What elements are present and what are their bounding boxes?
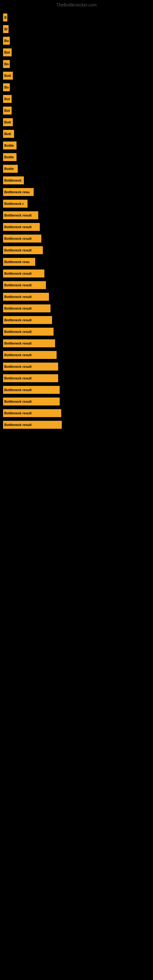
bar-row: Bo bbox=[3, 81, 153, 93]
bar-label: Bott bbox=[3, 118, 13, 126]
bar-row: Bott bbox=[3, 70, 153, 81]
bar-row: Bottleneck result bbox=[3, 326, 153, 337]
bar-row: Bottleneck r bbox=[3, 198, 153, 210]
bar-label: Bo bbox=[3, 37, 10, 45]
bar-label: Bottle bbox=[3, 153, 16, 161]
bar-label: Bott bbox=[3, 72, 13, 80]
bar-label: Bot bbox=[3, 95, 12, 103]
bar-row: Bottleneck result bbox=[3, 314, 153, 326]
bar-label: Bot bbox=[3, 107, 12, 115]
bar-row: Bottleneck result bbox=[3, 302, 153, 314]
bar-label: Bottleneck result bbox=[3, 386, 60, 394]
bar-label: Bot bbox=[3, 48, 12, 56]
bar-row: B/ bbox=[3, 23, 153, 35]
bar-row: Bottleneck result bbox=[3, 384, 153, 396]
bar-row: Bott bbox=[3, 116, 153, 128]
bar-label: Bo bbox=[3, 83, 10, 91]
bar-row: Bot bbox=[3, 46, 153, 58]
bar-label: Bottleneck result bbox=[3, 246, 43, 254]
bar-row: Bottleneck result bbox=[3, 291, 153, 302]
bar-label: Bottleneck result bbox=[3, 223, 40, 231]
bar-row: Bottleneck resu bbox=[3, 256, 153, 268]
bar-row: Bottleneck result bbox=[3, 419, 153, 431]
bar-row: Bot bbox=[3, 105, 153, 116]
bar-label: Bottleneck result bbox=[3, 363, 58, 371]
bar-label: Bottle bbox=[3, 142, 16, 150]
bar-row: Bottleneck result bbox=[3, 337, 153, 349]
bar-row: Bottleneck result bbox=[3, 279, 153, 291]
bar-label: Bottleneck result bbox=[3, 328, 54, 336]
bar-label: Bottleneck result bbox=[3, 269, 45, 277]
bar-row: Bottleneck result bbox=[3, 396, 153, 407]
bar-label: Bottleneck resu bbox=[3, 188, 33, 196]
bar-row: Bo bbox=[3, 35, 153, 46]
bar-label: Bottleneck resu bbox=[3, 258, 35, 266]
bar-row: Bottle bbox=[3, 163, 153, 175]
bar-row: Bottleneck result bbox=[3, 210, 153, 221]
bar-label: Bottleneck result bbox=[3, 409, 61, 417]
bar-row: Bottleneck result bbox=[3, 233, 153, 244]
bar-label: Bottleneck result bbox=[3, 421, 62, 429]
bar-label: Bo bbox=[3, 60, 10, 68]
bar-label: Bottleneck result bbox=[3, 211, 38, 219]
bar-label: Bottleneck result bbox=[3, 293, 49, 301]
bar-label: B/ bbox=[3, 25, 9, 33]
bar-row: Bottle bbox=[3, 151, 153, 163]
bar-row: B bbox=[3, 12, 153, 23]
bar-label: Bottleneck result bbox=[3, 398, 60, 406]
bar-label: Bottleneck result bbox=[3, 339, 55, 347]
bar-label: Bottleneck result bbox=[3, 235, 41, 243]
bar-label: Bottleneck result bbox=[3, 281, 46, 289]
bar-row: Bottleneck bbox=[3, 175, 153, 186]
bar-label: Bottleneck result bbox=[3, 351, 57, 359]
bar-row: Bo bbox=[3, 58, 153, 70]
bar-label: B bbox=[3, 13, 7, 21]
bar-row: Bottleneck result bbox=[3, 244, 153, 256]
bar-row: Bottleneck resu bbox=[3, 186, 153, 198]
bar-row: Bottleneck result bbox=[3, 268, 153, 279]
bar-row: Bottleneck result bbox=[3, 361, 153, 372]
bar-label: Bottle bbox=[3, 165, 18, 173]
bar-row: Bottleneck result bbox=[3, 407, 153, 419]
site-title: TheBottlenecker.com bbox=[0, 0, 153, 9]
bar-row: Bottleneck result bbox=[3, 349, 153, 361]
bar-label: Bottleneck r bbox=[3, 200, 27, 208]
bar-row: Bottleneck result bbox=[3, 372, 153, 384]
bar-row: Bottleneck result bbox=[3, 221, 153, 233]
bar-label: Bott bbox=[3, 130, 14, 138]
bar-row: Bottle bbox=[3, 140, 153, 151]
bar-label: Bottleneck bbox=[3, 177, 24, 185]
bars-container: BB/BoBotBoBottBoBotBotBottBottBottleBott… bbox=[0, 9, 153, 431]
bar-row: Bott bbox=[3, 128, 153, 140]
bar-row: Bot bbox=[3, 93, 153, 105]
bar-label: Bottleneck result bbox=[3, 304, 51, 312]
bar-label: Bottleneck result bbox=[3, 374, 58, 382]
bar-label: Bottleneck result bbox=[3, 316, 52, 324]
